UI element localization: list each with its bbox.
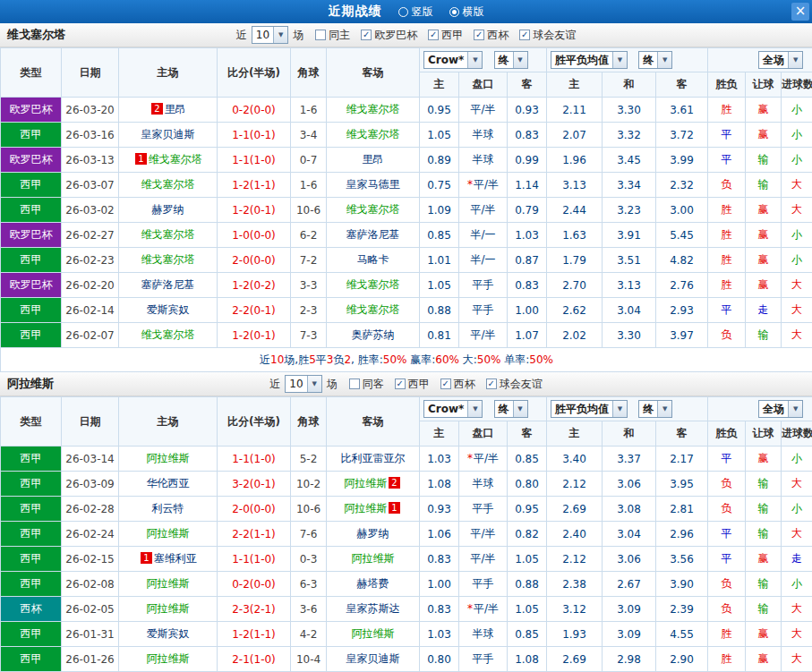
- team-link[interactable]: 维戈塞尔塔: [141, 253, 195, 266]
- away-team-cell: 皇家苏斯达: [327, 597, 420, 622]
- team-link[interactable]: 马略卡: [357, 253, 389, 266]
- team-link[interactable]: 皇家贝迪斯: [346, 652, 400, 665]
- odds-away-cell: 0.87: [508, 248, 547, 273]
- radio-horizontal-layout[interactable]: 横版: [449, 4, 484, 20]
- odds-provider-select[interactable]: Crow*▼: [423, 400, 483, 418]
- scope-select[interactable]: 全场▼: [758, 51, 803, 69]
- table-row: 欧罗巴杯26-03-202里昂0-2(0-0)1-6维戈塞尔塔0.95平/半0.…: [1, 98, 812, 123]
- table-row: 西甲26-01-26阿拉维斯2-1(1-0)10-4皇家贝迪斯0.80平手1.0…: [1, 647, 812, 672]
- team-link[interactable]: 维戈塞尔塔: [346, 203, 400, 216]
- handicap-cell: 平手: [459, 647, 508, 672]
- away-team-cell: 奥萨苏纳: [327, 323, 420, 348]
- handicap-result-cell: 赢: [746, 647, 782, 672]
- checkbox-icon[interactable]: [315, 30, 326, 40]
- team-link[interactable]: 塞萨洛尼基: [141, 278, 195, 291]
- filter-checkbox[interactable]: 同主: [315, 28, 350, 43]
- final-odds-select[interactable]: 终▼: [494, 51, 528, 69]
- filter-checkbox[interactable]: ✓西杯: [440, 377, 475, 392]
- team-link[interactable]: 皇家贝迪斯: [141, 128, 195, 140]
- table-row: 欧罗巴杯26-02-27维戈塞尔塔1-0(0-0)6-2塞萨洛尼基0.85半/一…: [1, 223, 812, 248]
- league-cell: 西甲: [1, 248, 62, 273]
- team-link[interactable]: 维戈塞尔塔: [141, 328, 195, 341]
- filter-checkbox[interactable]: ✓球会友谊: [486, 377, 543, 392]
- handicap-odds-header: Crow*▼ 终▼: [420, 48, 547, 72]
- match-count-select[interactable]: 10▼: [285, 375, 321, 393]
- close-button[interactable]: ×: [791, 3, 809, 21]
- team-link[interactable]: 阿拉维斯: [352, 552, 395, 565]
- final-avg-select[interactable]: 终▼: [638, 400, 672, 418]
- filter-checkbox[interactable]: ✓西杯: [474, 28, 509, 43]
- checkbox-icon[interactable]: ✓: [486, 379, 497, 389]
- checkbox-icon[interactable]: [349, 379, 360, 389]
- col-type: 类型: [1, 397, 62, 447]
- handicap-result-cell: 赢: [746, 198, 782, 223]
- team-link[interactable]: 维戈塞尔塔: [346, 278, 400, 291]
- filter-checkbox[interactable]: ✓西甲: [428, 28, 463, 43]
- team-section: 维戈塞尔塔 近 10▼ 场 同主✓欧罗巴杯✓西甲✓西杯✓球会友谊 类型 日期 主…: [0, 23, 812, 372]
- team-link[interactable]: 赫塔费: [357, 577, 389, 590]
- recent-label: 近: [236, 28, 247, 43]
- team-link[interactable]: 阿拉维斯: [352, 627, 395, 640]
- filter-checkbox[interactable]: ✓西甲: [395, 377, 430, 392]
- checkbox-icon[interactable]: ✓: [519, 30, 530, 40]
- summary-segment: 大:: [459, 353, 477, 366]
- team-link[interactable]: 维戈塞尔塔: [141, 228, 195, 241]
- match-count-select[interactable]: 10▼: [252, 26, 288, 44]
- checkbox-icon[interactable]: ✓: [395, 379, 406, 389]
- summary-segment: 场,胜: [284, 353, 309, 366]
- radio-icon[interactable]: [398, 7, 408, 17]
- team-link[interactable]: 塞维利亚: [154, 552, 197, 565]
- checkbox-icon[interactable]: ✓: [428, 30, 439, 40]
- filter-checkbox[interactable]: ✓球会友谊: [519, 28, 576, 43]
- table-row: 西甲26-02-24阿拉维斯2-2(1-1)7-6赫罗纳1.06平/半0.822…: [1, 522, 812, 547]
- radio-vertical-layout[interactable]: 竖版: [398, 4, 433, 20]
- avg-away-cell: 2.93: [656, 298, 708, 323]
- team-link[interactable]: 奥萨苏纳: [352, 328, 395, 341]
- away-team-cell: 维戈塞尔塔: [327, 273, 420, 298]
- final-avg-select[interactable]: 终▼: [638, 51, 672, 69]
- odds-provider-select[interactable]: Crow*▼: [423, 51, 483, 69]
- team-link[interactable]: 里昂: [165, 103, 186, 115]
- team-link[interactable]: 阿拉维斯: [147, 527, 190, 540]
- goals-cell: 小: [782, 248, 812, 273]
- team-link[interactable]: 里昂: [363, 153, 384, 166]
- team-link[interactable]: 皇家苏斯达: [346, 602, 400, 615]
- team-link[interactable]: 赫罗纳: [152, 203, 184, 216]
- team-link[interactable]: 利云特: [152, 502, 184, 515]
- team-link[interactable]: 阿拉维斯: [147, 602, 190, 615]
- team-link[interactable]: 塞萨洛尼基: [346, 228, 400, 241]
- team-link[interactable]: 皇家马德里: [346, 178, 400, 191]
- team-link[interactable]: 阿拉维斯: [147, 577, 190, 590]
- team-link[interactable]: 维戈塞尔塔: [346, 103, 400, 115]
- col-handicap: 盘口: [459, 421, 508, 447]
- team-link[interactable]: 维戈塞尔塔: [141, 178, 195, 191]
- team-link[interactable]: 阿拉维斯: [344, 477, 387, 489]
- team-link[interactable]: 比利亚雷亚尔: [341, 452, 406, 464]
- team-link[interactable]: 赫罗纳: [357, 527, 389, 540]
- score-cell: 1-0(0-0): [218, 223, 291, 248]
- filter-checkbox[interactable]: 同客: [349, 377, 384, 392]
- team-link[interactable]: 维戈塞尔塔: [346, 303, 400, 316]
- filter-checkbox[interactable]: ✓欧罗巴杯: [361, 28, 417, 43]
- team-link[interactable]: 维戈塞尔塔: [346, 128, 400, 140]
- final-odds-select[interactable]: 终▼: [494, 400, 528, 418]
- goals-cell: 小: [782, 447, 812, 472]
- home-team-cell: 阿拉维斯: [119, 447, 218, 472]
- scope-select[interactable]: 全场▼: [758, 400, 803, 418]
- team-link[interactable]: 阿拉维斯: [147, 452, 190, 464]
- avg-odds-select[interactable]: 胜平负均值▼: [551, 400, 628, 418]
- team-link[interactable]: 阿拉维斯: [344, 502, 387, 515]
- team-link[interactable]: 爱斯宾奴: [147, 627, 190, 640]
- summary-segment: 赢率:: [406, 353, 435, 366]
- avg-odds-select[interactable]: 胜平负均值▼: [551, 51, 628, 69]
- checkbox-icon[interactable]: ✓: [440, 379, 451, 389]
- radio-icon[interactable]: [449, 7, 459, 17]
- team-link[interactable]: 华伦西亚: [147, 477, 190, 489]
- col-date: 日期: [62, 397, 119, 447]
- checkbox-icon[interactable]: ✓: [474, 30, 484, 40]
- checkbox-icon[interactable]: ✓: [361, 30, 372, 40]
- team-link[interactable]: 维戈塞尔塔: [149, 153, 202, 166]
- team-link[interactable]: 爱斯宾奴: [147, 303, 190, 316]
- red-card-badge: 2: [151, 103, 162, 115]
- team-link[interactable]: 阿拉维斯: [147, 652, 190, 665]
